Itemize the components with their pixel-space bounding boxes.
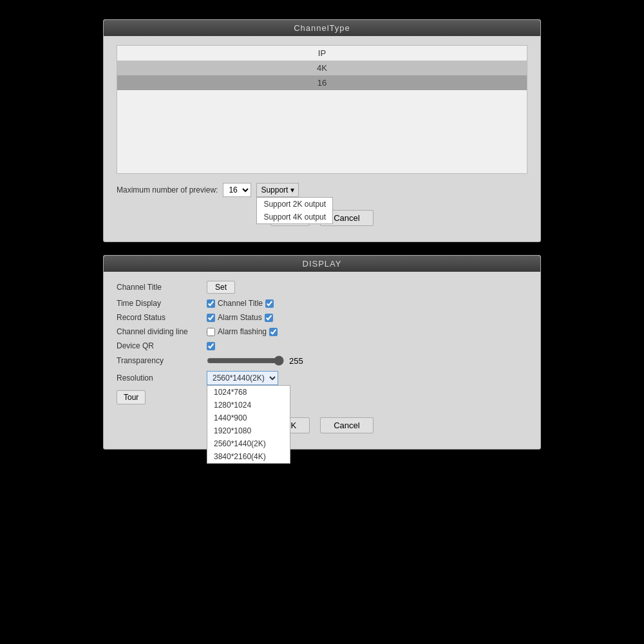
- channel-title-value: Set: [207, 281, 527, 294]
- channel-dividing-checkbox-group: Alarm flashing: [207, 327, 278, 336]
- transparency-slider[interactable]: [207, 355, 284, 366]
- list-item-4k[interactable]: 4K: [117, 61, 527, 75]
- record-status-label: Record Status: [117, 313, 207, 322]
- channel-dividing-checkbox[interactable]: [207, 328, 215, 336]
- support-dropdown[interactable]: Support ▾ Support 2K output Support 4K o…: [256, 183, 298, 197]
- display-buttons: OK Cancel: [117, 417, 527, 440]
- preview-select[interactable]: 16 8 4: [223, 183, 251, 197]
- device-qr-label: Device QR: [117, 341, 207, 350]
- channel-title-right-checkbox[interactable]: [265, 299, 274, 308]
- resolution-label: Resolution: [117, 374, 207, 383]
- preview-label: Maximum number of preview:: [117, 185, 218, 194]
- res-1920-option[interactable]: 1920*1080: [207, 424, 290, 437]
- support-4k-option[interactable]: Support 4K output: [257, 211, 332, 223]
- channel-title-label: Channel Title: [117, 283, 207, 292]
- device-qr-checkbox[interactable]: [207, 342, 215, 350]
- device-qr-value: [207, 342, 527, 350]
- channel-dividing-value: Alarm flashing: [207, 327, 527, 336]
- resolution-dropdown[interactable]: 1024*768 1280*1024 1440*900 1920*1080 25…: [207, 371, 278, 385]
- res-1024-option[interactable]: 1024*768: [207, 386, 290, 399]
- alarm-status-label: Alarm Status: [218, 313, 262, 322]
- display-title: DISPLAY: [104, 256, 540, 272]
- transparency-label: Transparency: [117, 356, 207, 365]
- display-cancel-button[interactable]: Cancel: [320, 417, 373, 433]
- tour-button[interactable]: Tour: [117, 390, 146, 404]
- tour-row-label: Tour: [117, 390, 207, 404]
- transparency-value: 255: [289, 356, 303, 366]
- support-button[interactable]: Support ▾: [256, 183, 298, 197]
- preview-row: Maximum number of preview: 16 8 4 Suppor…: [117, 183, 527, 197]
- record-status-checkbox-group: Alarm Status: [207, 313, 273, 322]
- channel-title-checkbox-group: Channel Title: [207, 299, 274, 308]
- time-display-label: Time Display: [117, 299, 207, 308]
- alarm-flashing-checkbox[interactable]: [269, 328, 278, 336]
- resolution-value: 1024*768 1280*1024 1440*900 1920*1080 25…: [207, 371, 527, 385]
- res-3840-option[interactable]: 3840*2160(4K): [207, 450, 290, 463]
- support-2k-option[interactable]: Support 2K output: [257, 198, 332, 211]
- record-status-value: Alarm Status: [207, 313, 527, 322]
- list-item-16[interactable]: 16: [117, 75, 527, 90]
- record-status-checkbox[interactable]: [207, 314, 215, 322]
- res-2560-option[interactable]: 2560*1440(2K): [207, 437, 290, 450]
- channel-type-title: ChannelType: [104, 20, 540, 36]
- list-item-ip[interactable]: IP: [117, 46, 527, 61]
- alarm-flashing-label: Alarm flashing: [218, 327, 267, 336]
- channel-title-set-button[interactable]: Set: [207, 281, 235, 294]
- display-dialog: DISPLAY Channel Title Set Time Display C…: [103, 255, 541, 450]
- res-1280-option[interactable]: 1280*1024: [207, 399, 290, 412]
- res-1440-option[interactable]: 1440*900: [207, 412, 290, 424]
- channel-list[interactable]: IP 4K 16: [117, 45, 527, 174]
- channel-dividing-label: Channel dividing line: [117, 327, 207, 336]
- display-settings-grid: Channel Title Set Time Display Channel T…: [117, 281, 527, 404]
- channel-title-checkbox[interactable]: [207, 299, 215, 308]
- support-dropdown-menu: Support 2K output Support 4K output: [256, 197, 333, 224]
- alarm-status-checkbox[interactable]: [265, 314, 273, 322]
- resolution-select[interactable]: 1024*768 1280*1024 1440*900 1920*1080 25…: [207, 371, 278, 385]
- channel-title-check-label: Channel Title: [218, 299, 263, 308]
- channel-type-dialog: ChannelType IP 4K 16 Maximum number of p…: [103, 19, 541, 242]
- time-display-value: Channel Title: [207, 299, 527, 308]
- resolution-menu: 1024*768 1280*1024 1440*900 1920*1080 25…: [207, 385, 290, 464]
- transparency-row: 255: [207, 355, 527, 366]
